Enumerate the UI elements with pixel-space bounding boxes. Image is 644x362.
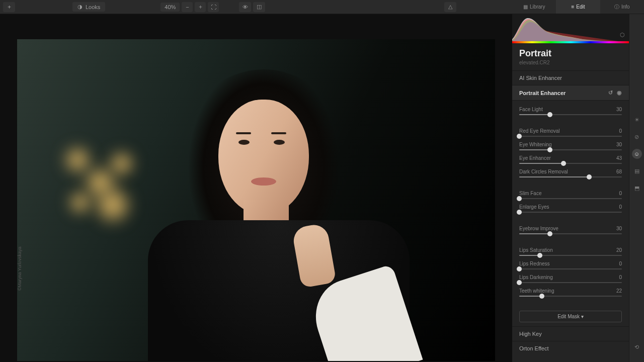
slider-enlarge-eyes[interactable]: Enlarge Eyes0 bbox=[519, 204, 622, 213]
slider-label: Lips Saturation bbox=[519, 247, 553, 253]
slider-thumb[interactable] bbox=[547, 147, 552, 152]
tool-ai-skin-enhancer[interactable]: AI Skin Enhancer bbox=[512, 70, 629, 85]
slider-thumb[interactable] bbox=[517, 210, 522, 215]
looks-dropdown[interactable]: ◑ Looks bbox=[72, 2, 105, 12]
canvas-area[interactable]: ©Maryna Yurlovskaya bbox=[0, 14, 512, 362]
slider-dark-circles-removal[interactable]: Dark Circles Removal68 bbox=[519, 169, 622, 177]
slider-value: 43 bbox=[616, 155, 622, 161]
slider-track[interactable] bbox=[519, 114, 622, 115]
slider-thumb[interactable] bbox=[547, 231, 552, 236]
zoom-group: 40% − ＋ ⛶ bbox=[160, 2, 219, 12]
slider-thumb[interactable] bbox=[517, 196, 522, 201]
bokeh-light bbox=[93, 185, 133, 225]
slider-thumb[interactable] bbox=[517, 280, 522, 285]
cube-icon[interactable]: ⬡ bbox=[618, 30, 627, 39]
slider-track[interactable] bbox=[519, 296, 622, 297]
slider-teeth-whitening[interactable]: Teeth whitening22 bbox=[519, 288, 622, 297]
library-icon: ▦ bbox=[523, 4, 528, 10]
visibility-toggle-icon[interactable]: ◉ bbox=[617, 89, 622, 96]
filename-label: elevated.CR2 bbox=[512, 60, 629, 70]
link-icon[interactable]: ⫘ bbox=[618, 42, 627, 43]
essentials-icon[interactable]: ☀ bbox=[632, 115, 642, 125]
slider-value: 0 bbox=[619, 128, 622, 134]
slider-label: Dark Circles Removal bbox=[519, 169, 568, 174]
histogram[interactable]: ⬡ ⫘ bbox=[512, 14, 629, 43]
tool-high-key[interactable]: High Key bbox=[512, 326, 629, 341]
tab-edit[interactable]: ≡ Edit bbox=[556, 0, 600, 14]
edit-mask-button[interactable]: Edit Mask ▾ bbox=[519, 311, 622, 322]
slider-value: 0 bbox=[619, 204, 622, 210]
tab-info[interactable]: ⓘ Info bbox=[600, 0, 644, 14]
slider-value: 0 bbox=[619, 261, 622, 266]
zoom-in-button[interactable]: ＋ bbox=[195, 2, 206, 12]
portrait-tools-icon[interactable]: ☺ bbox=[632, 149, 642, 159]
slider-value: 30 bbox=[616, 107, 622, 112]
panel-title: Portrait bbox=[512, 43, 629, 60]
slider-thumb[interactable] bbox=[517, 266, 522, 272]
slider-track[interactable] bbox=[519, 233, 622, 234]
slider-thumb[interactable] bbox=[539, 294, 544, 299]
slider-track[interactable] bbox=[519, 268, 622, 269]
slider-label: Red Eye Removal bbox=[519, 128, 560, 134]
creative-icon[interactable]: ⊘ bbox=[632, 132, 642, 142]
slider-eye-enhancer[interactable]: Eye Enhancer43 bbox=[519, 155, 622, 164]
slider-thumb[interactable] bbox=[561, 161, 566, 166]
slider-value: 0 bbox=[619, 191, 622, 196]
image-canvas[interactable]: ©Maryna Yurlovskaya bbox=[17, 39, 495, 361]
eye-preview-icon[interactable]: 👁 bbox=[239, 2, 251, 12]
tool-title: Portrait Enhancer bbox=[519, 90, 566, 96]
history-icon[interactable]: ⟲ bbox=[632, 342, 642, 352]
zoom-level[interactable]: 40% bbox=[160, 3, 180, 12]
slider-value: 30 bbox=[616, 142, 622, 147]
slider-label: Eyebrow Improve bbox=[519, 226, 558, 231]
slider-lips-saturation[interactable]: Lips Saturation20 bbox=[519, 247, 622, 256]
edit-icon: ≡ bbox=[571, 4, 574, 10]
layers-icon[interactable]: ⬒ bbox=[632, 183, 642, 193]
slider-lips-darkening[interactable]: Lips Darkening0 bbox=[519, 275, 622, 283]
slider-label: Face Light bbox=[519, 107, 543, 112]
photo-credit: ©Maryna Yurlovskaya bbox=[17, 246, 22, 291]
add-button[interactable]: ＋ bbox=[3, 2, 15, 12]
looks-label: Looks bbox=[86, 4, 100, 10]
slider-track[interactable] bbox=[519, 255, 622, 256]
compare-icon[interactable]: ◫ bbox=[253, 2, 265, 12]
slider-lips-redness[interactable]: Lips Redness0 bbox=[519, 261, 622, 269]
reset-icon[interactable]: ↺ bbox=[608, 89, 613, 96]
panel-tabs: ▦ Library ≡ Edit ⓘ Info bbox=[512, 0, 644, 14]
slider-track[interactable] bbox=[519, 149, 622, 150]
slider-track[interactable] bbox=[519, 198, 622, 199]
slider-track[interactable] bbox=[519, 176, 622, 177]
zoom-out-button[interactable]: − bbox=[182, 2, 193, 12]
slider-value: 68 bbox=[616, 169, 622, 174]
slider-thumb[interactable] bbox=[537, 253, 542, 258]
slider-eye-whitening[interactable]: Eye Whitening30 bbox=[519, 142, 622, 150]
slider-thumb[interactable] bbox=[517, 134, 522, 139]
slider-value: 22 bbox=[616, 288, 622, 294]
slider-thumb[interactable] bbox=[547, 112, 552, 117]
slider-track[interactable] bbox=[519, 136, 622, 137]
slider-face-light[interactable]: Face Light30 bbox=[519, 107, 622, 115]
slider-value: 30 bbox=[616, 226, 622, 231]
edit-panel: ▦ Library ≡ Edit ⓘ Info bbox=[512, 14, 644, 362]
bokeh-light bbox=[108, 150, 135, 177]
slider-track[interactable] bbox=[519, 212, 622, 213]
tab-library[interactable]: ▦ Library bbox=[512, 0, 556, 14]
slider-red-eye-removal[interactable]: Red Eye Removal0 bbox=[519, 128, 622, 137]
slider-label: Eye Enhancer bbox=[519, 155, 551, 161]
slider-label: Slim Face bbox=[519, 191, 541, 196]
info-icon: ⓘ bbox=[614, 4, 619, 11]
tool-orton-effect[interactable]: Orton Effect bbox=[512, 341, 629, 355]
slider-slim-face[interactable]: Slim Face0 bbox=[519, 191, 622, 199]
slider-track[interactable] bbox=[519, 282, 622, 283]
slider-label: Teeth whitening bbox=[519, 288, 554, 294]
tool-portrait-enhancer-header[interactable]: Portrait Enhancer ↺ ◉ bbox=[512, 85, 629, 101]
crop-icon[interactable]: △ bbox=[444, 2, 456, 12]
slider-track[interactable] bbox=[519, 163, 622, 164]
fit-screen-button[interactable]: ⛶ bbox=[208, 2, 219, 12]
slider-value: 0 bbox=[619, 275, 622, 280]
svg-rect-0 bbox=[512, 41, 629, 43]
slider-thumb[interactable] bbox=[587, 174, 592, 179]
slider-eyebrow-improve[interactable]: Eyebrow Improve30 bbox=[519, 226, 622, 234]
bokeh-light bbox=[67, 190, 93, 215]
pro-icon[interactable]: ▤ bbox=[632, 166, 642, 176]
